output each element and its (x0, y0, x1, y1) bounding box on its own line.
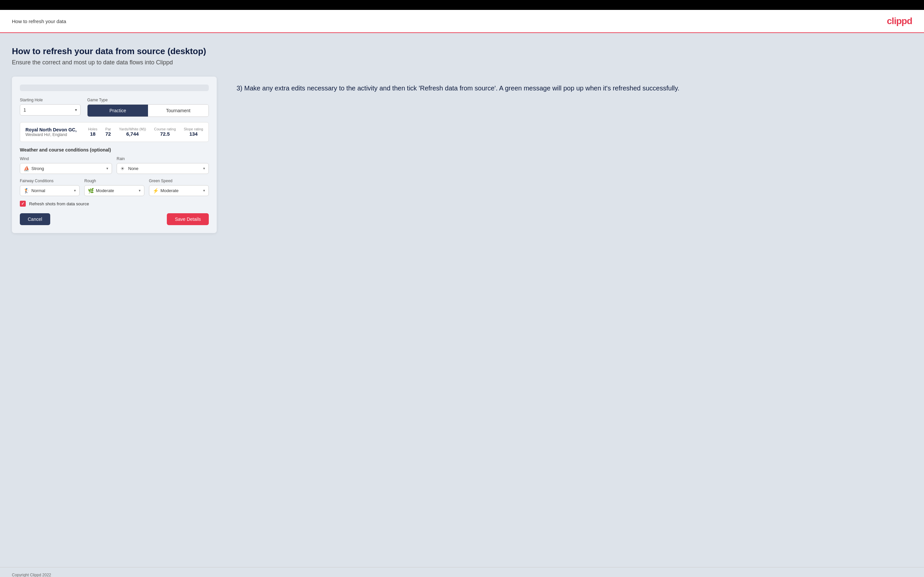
course-name: Royal North Devon GC, (26, 127, 83, 132)
instruction-panel: 3) Make any extra edits necessary to the… (230, 77, 912, 93)
course-info: Royal North Devon GC, Westward Ho!, Engl… (26, 127, 83, 137)
conditions-title: Weather and course conditions (optional) (20, 147, 209, 153)
course-rating-label: Course rating (154, 127, 176, 131)
slope-rating-label: Slope rating (184, 127, 203, 131)
instruction-text: 3) Make any extra edits necessary to the… (236, 83, 912, 93)
rough-value: Moderate (96, 188, 114, 193)
yards-label: Yards/White (M)) (119, 127, 146, 131)
rain-group: Rain ☀ None ▾ (116, 156, 209, 174)
button-row: Cancel Save Details (20, 213, 209, 225)
tournament-button[interactable]: Tournament (148, 105, 208, 116)
fairway-group: Fairway Conditions 🏌 Normal ▾ (20, 179, 80, 196)
course-rating-value: 72.5 (160, 131, 170, 137)
save-button[interactable]: Save Details (167, 213, 209, 225)
rain-select[interactable]: ☀ None ▾ (116, 163, 209, 174)
par-value: 72 (105, 131, 111, 137)
game-type-label: Game Type (87, 98, 209, 102)
rough-chevron-icon: ▾ (139, 189, 141, 193)
par-stat: Par 72 (105, 127, 111, 137)
page-heading: How to refresh your data from source (de… (12, 46, 912, 56)
course-stats: Holes 18 Par 72 Yards/White (M)) 6,744 C… (88, 127, 203, 137)
starting-hole-group: Starting Hole 1 ▾ (20, 98, 81, 117)
green-speed-value: Moderate (160, 188, 179, 193)
green-speed-group: Green Speed ⚡ Moderate ▾ (149, 179, 209, 196)
starting-hole-select[interactable]: 1 ▾ (20, 104, 81, 116)
course-rating-stat: Course rating 72.5 (154, 127, 176, 137)
course-card: Royal North Devon GC, Westward Ho!, Engl… (20, 122, 209, 142)
holes-stat: Holes 18 (88, 127, 97, 137)
fairway-value: Normal (31, 188, 45, 193)
wind-value: Strong (31, 166, 44, 171)
green-speed-chevron-icon: ▾ (203, 189, 205, 193)
wind-icon: ⛵ (23, 166, 30, 172)
tab-bar-placeholder (20, 84, 209, 91)
yards-value: 6,744 (126, 131, 139, 137)
fairway-label: Fairway Conditions (20, 179, 80, 183)
par-label: Par (105, 127, 111, 131)
rough-select[interactable]: 🌿 Moderate ▾ (84, 185, 144, 196)
refresh-checkbox[interactable] (20, 201, 26, 206)
starting-hole-value: 1 (23, 107, 26, 113)
rain-value: None (128, 166, 139, 171)
page-subheading: Ensure the correct and most up to date d… (12, 59, 912, 66)
slope-rating-value: 134 (189, 131, 197, 137)
rain-icon: ☀ (120, 166, 124, 172)
logo: clippd (887, 16, 912, 26)
fairway-chevron-icon: ▾ (74, 189, 76, 193)
form-panel: Starting Hole 1 ▾ Game Type Practice Tou… (12, 77, 217, 233)
wind-group: Wind ⛵ Strong ▾ (20, 156, 112, 174)
practice-button[interactable]: Practice (87, 105, 148, 116)
starting-hole-chevron-icon: ▾ (75, 108, 77, 112)
main-content: How to refresh your data from source (de… (0, 33, 924, 567)
game-type-group: Game Type Practice Tournament (87, 98, 209, 117)
header-title: How to refresh your data (12, 18, 66, 24)
game-type-buttons: Practice Tournament (87, 104, 209, 117)
holes-value: 18 (90, 131, 95, 137)
wind-rain-row: Wind ⛵ Strong ▾ Rain ☀ None ▾ (20, 156, 209, 174)
copyright: Copyright Clippd 2022 (12, 573, 51, 577)
rain-label: Rain (116, 156, 209, 161)
wind-select[interactable]: ⛵ Strong ▾ (20, 163, 112, 174)
rough-label: Rough (84, 179, 144, 183)
top-bar (0, 0, 924, 10)
rain-chevron-icon: ▾ (203, 166, 205, 171)
green-speed-select[interactable]: ⚡ Moderate ▾ (149, 185, 209, 196)
content-area: Starting Hole 1 ▾ Game Type Practice Tou… (12, 77, 912, 233)
refresh-label: Refresh shots from data source (29, 201, 89, 206)
header: How to refresh your data clippd (0, 10, 924, 33)
course-location: Westward Ho!, England (26, 132, 83, 137)
form-top-row: Starting Hole 1 ▾ Game Type Practice Tou… (20, 98, 209, 117)
footer: Copyright Clippd 2022 (0, 567, 924, 577)
rough-icon: 🌿 (88, 188, 94, 194)
fairway-select[interactable]: 🏌 Normal ▾ (20, 185, 80, 196)
green-speed-label: Green Speed (149, 179, 209, 183)
yards-stat: Yards/White (M)) 6,744 (119, 127, 146, 137)
slope-rating-stat: Slope rating 134 (184, 127, 203, 137)
fairway-icon: 🏌 (23, 188, 30, 194)
fairway-rough-green-row: Fairway Conditions 🏌 Normal ▾ Rough 🌿 Mo… (20, 179, 209, 196)
wind-chevron-icon: ▾ (107, 166, 108, 171)
refresh-checkbox-row: Refresh shots from data source (20, 201, 209, 206)
wind-label: Wind (20, 156, 112, 161)
starting-hole-label: Starting Hole (20, 98, 81, 102)
cancel-button[interactable]: Cancel (20, 213, 50, 225)
green-speed-icon: ⚡ (153, 188, 159, 194)
rough-group: Rough 🌿 Moderate ▾ (84, 179, 144, 196)
holes-label: Holes (88, 127, 97, 131)
